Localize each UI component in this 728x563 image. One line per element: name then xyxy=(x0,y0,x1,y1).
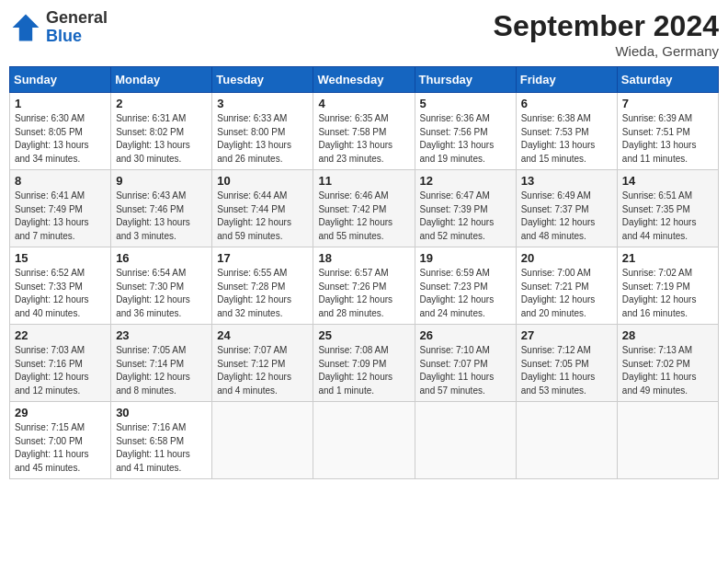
weekday-header: Wednesday xyxy=(313,67,415,93)
calendar-cell: 14Sunrise: 6:51 AMSunset: 7:35 PMDayligh… xyxy=(617,170,718,247)
day-info: Sunrise: 6:52 AMSunset: 7:33 PMDaylight:… xyxy=(15,267,106,320)
day-info: Sunrise: 6:51 AMSunset: 7:35 PMDaylight:… xyxy=(622,190,713,243)
day-number: 20 xyxy=(521,251,612,265)
weekday-header: Saturday xyxy=(617,67,718,93)
calendar-cell: 20Sunrise: 7:00 AMSunset: 7:21 PMDayligh… xyxy=(516,247,617,325)
logo-line1: General xyxy=(46,9,108,28)
month-title: September 2024 xyxy=(494,9,719,43)
calendar-cell xyxy=(516,402,617,479)
day-info: Sunrise: 7:16 AMSunset: 6:58 PMDaylight:… xyxy=(116,421,207,475)
day-info: Sunrise: 6:35 AMSunset: 7:58 PMDaylight:… xyxy=(318,112,409,166)
day-info: Sunrise: 7:00 AMSunset: 7:21 PMDaylight:… xyxy=(521,267,612,320)
weekday-header: Tuesday xyxy=(212,67,313,93)
calendar-cell xyxy=(617,402,718,479)
weekday-header: Sunday xyxy=(10,67,111,93)
day-info: Sunrise: 6:44 AMSunset: 7:44 PMDaylight:… xyxy=(217,190,308,243)
day-number: 6 xyxy=(521,97,612,110)
day-number: 18 xyxy=(318,251,409,265)
day-number: 17 xyxy=(217,251,308,265)
calendar-cell: 24Sunrise: 7:07 AMSunset: 7:12 PMDayligh… xyxy=(212,325,313,402)
day-number: 15 xyxy=(15,251,106,265)
logo-icon xyxy=(9,11,42,44)
svg-marker-0 xyxy=(13,14,40,40)
day-info: Sunrise: 6:49 AMSunset: 7:37 PMDaylight:… xyxy=(521,190,612,243)
calendar-cell: 5Sunrise: 6:36 AMSunset: 7:56 PMDaylight… xyxy=(415,93,516,170)
calendar-cell xyxy=(212,402,313,479)
calendar-cell: 23Sunrise: 7:05 AMSunset: 7:14 PMDayligh… xyxy=(111,325,212,402)
day-number: 28 xyxy=(622,328,713,342)
day-number: 2 xyxy=(116,97,207,110)
calendar-cell: 12Sunrise: 6:47 AMSunset: 7:39 PMDayligh… xyxy=(415,170,516,247)
calendar-cell: 19Sunrise: 6:59 AMSunset: 7:23 PMDayligh… xyxy=(415,247,516,325)
day-info: Sunrise: 7:10 AMSunset: 7:07 PMDaylight:… xyxy=(420,344,511,397)
day-info: Sunrise: 6:36 AMSunset: 7:56 PMDaylight:… xyxy=(420,112,511,166)
day-number: 8 xyxy=(15,174,106,188)
calendar-cell: 11Sunrise: 6:46 AMSunset: 7:42 PMDayligh… xyxy=(313,170,415,247)
day-info: Sunrise: 6:47 AMSunset: 7:39 PMDaylight:… xyxy=(420,190,511,243)
calendar-cell: 6Sunrise: 6:38 AMSunset: 7:53 PMDaylight… xyxy=(516,93,617,170)
day-info: Sunrise: 6:55 AMSunset: 7:28 PMDaylight:… xyxy=(217,267,308,320)
day-number: 4 xyxy=(318,97,409,110)
calendar-cell: 21Sunrise: 7:02 AMSunset: 7:19 PMDayligh… xyxy=(617,247,718,325)
calendar-cell: 17Sunrise: 6:55 AMSunset: 7:28 PMDayligh… xyxy=(212,247,313,325)
calendar-cell: 28Sunrise: 7:13 AMSunset: 7:02 PMDayligh… xyxy=(617,325,718,402)
calendar-cell: 9Sunrise: 6:43 AMSunset: 7:46 PMDaylight… xyxy=(111,170,212,247)
calendar-cell: 15Sunrise: 6:52 AMSunset: 7:33 PMDayligh… xyxy=(10,247,111,325)
calendar-cell: 2Sunrise: 6:31 AMSunset: 8:02 PMDaylight… xyxy=(111,93,212,170)
day-number: 26 xyxy=(420,328,511,342)
calendar-cell: 10Sunrise: 6:44 AMSunset: 7:44 PMDayligh… xyxy=(212,170,313,247)
day-info: Sunrise: 7:02 AMSunset: 7:19 PMDaylight:… xyxy=(622,267,713,320)
day-info: Sunrise: 6:41 AMSunset: 7:49 PMDaylight:… xyxy=(15,190,106,243)
day-number: 22 xyxy=(15,328,106,342)
calendar-week-row: 15Sunrise: 6:52 AMSunset: 7:33 PMDayligh… xyxy=(10,247,719,325)
calendar-table: SundayMondayTuesdayWednesdayThursdayFrid… xyxy=(9,66,719,479)
weekday-header: Friday xyxy=(516,67,617,93)
calendar-cell: 7Sunrise: 6:39 AMSunset: 7:51 PMDaylight… xyxy=(617,93,718,170)
calendar-week-row: 29Sunrise: 7:15 AMSunset: 7:00 PMDayligh… xyxy=(10,402,719,479)
day-info: Sunrise: 7:05 AMSunset: 7:14 PMDaylight:… xyxy=(116,344,207,397)
day-info: Sunrise: 7:13 AMSunset: 7:02 PMDaylight:… xyxy=(622,344,713,397)
calendar-cell: 30Sunrise: 7:16 AMSunset: 6:58 PMDayligh… xyxy=(111,402,212,479)
day-number: 14 xyxy=(622,174,713,188)
calendar-cell: 4Sunrise: 6:35 AMSunset: 7:58 PMDaylight… xyxy=(313,93,415,170)
calendar-cell: 16Sunrise: 6:54 AMSunset: 7:30 PMDayligh… xyxy=(111,247,212,325)
day-number: 21 xyxy=(622,251,713,265)
calendar-header-row: SundayMondayTuesdayWednesdayThursdayFrid… xyxy=(10,67,719,93)
day-number: 16 xyxy=(116,251,207,265)
day-info: Sunrise: 7:08 AMSunset: 7:09 PMDaylight:… xyxy=(318,344,409,397)
calendar-cell: 1Sunrise: 6:30 AMSunset: 8:05 PMDaylight… xyxy=(10,93,111,170)
title-area: September 2024 Wieda, Germany xyxy=(494,9,719,59)
day-number: 9 xyxy=(116,174,207,188)
calendar-cell: 26Sunrise: 7:10 AMSunset: 7:07 PMDayligh… xyxy=(415,325,516,402)
logo-line2: Blue xyxy=(46,28,108,46)
page-header: General Blue September 2024 Wieda, Germa… xyxy=(9,9,719,59)
calendar-cell: 25Sunrise: 7:08 AMSunset: 7:09 PMDayligh… xyxy=(313,325,415,402)
day-number: 25 xyxy=(318,328,409,342)
day-number: 3 xyxy=(217,97,308,110)
day-number: 1 xyxy=(15,97,106,110)
weekday-header: Monday xyxy=(111,67,212,93)
day-info: Sunrise: 7:15 AMSunset: 7:00 PMDaylight:… xyxy=(15,421,106,475)
calendar-cell: 8Sunrise: 6:41 AMSunset: 7:49 PMDaylight… xyxy=(10,170,111,247)
day-info: Sunrise: 6:39 AMSunset: 7:51 PMDaylight:… xyxy=(622,112,713,166)
day-info: Sunrise: 7:03 AMSunset: 7:16 PMDaylight:… xyxy=(15,344,106,397)
day-number: 10 xyxy=(217,174,308,188)
day-info: Sunrise: 6:43 AMSunset: 7:46 PMDaylight:… xyxy=(116,190,207,243)
day-info: Sunrise: 6:59 AMSunset: 7:23 PMDaylight:… xyxy=(420,267,511,320)
calendar-cell: 18Sunrise: 6:57 AMSunset: 7:26 PMDayligh… xyxy=(313,247,415,325)
location: Wieda, Germany xyxy=(494,43,719,59)
day-info: Sunrise: 6:31 AMSunset: 8:02 PMDaylight:… xyxy=(116,112,207,166)
day-number: 30 xyxy=(116,406,207,419)
calendar-cell: 29Sunrise: 7:15 AMSunset: 7:00 PMDayligh… xyxy=(10,402,111,479)
day-number: 12 xyxy=(420,174,511,188)
day-number: 29 xyxy=(15,406,106,419)
day-number: 5 xyxy=(420,97,511,110)
day-number: 19 xyxy=(420,251,511,265)
day-info: Sunrise: 6:33 AMSunset: 8:00 PMDaylight:… xyxy=(217,112,308,166)
day-number: 23 xyxy=(116,328,207,342)
calendar-cell xyxy=(313,402,415,479)
day-info: Sunrise: 7:12 AMSunset: 7:05 PMDaylight:… xyxy=(521,344,612,397)
calendar-cell: 3Sunrise: 6:33 AMSunset: 8:00 PMDaylight… xyxy=(212,93,313,170)
day-info: Sunrise: 6:54 AMSunset: 7:30 PMDaylight:… xyxy=(116,267,207,320)
logo: General Blue xyxy=(9,9,108,46)
